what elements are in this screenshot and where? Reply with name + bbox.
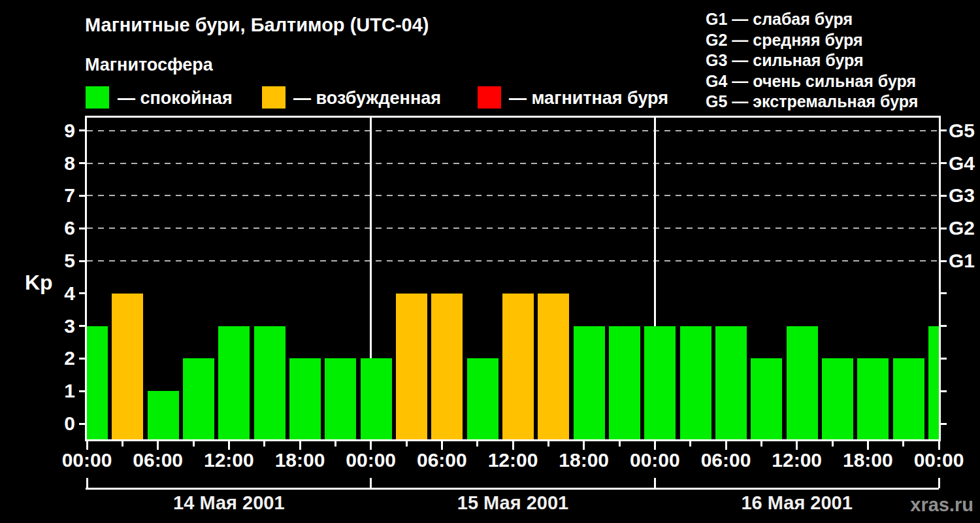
right-axis-tick [939, 260, 947, 262]
right-axis-tick [939, 162, 947, 164]
x-axis-tick [263, 441, 265, 447]
y-axis-tick [79, 423, 87, 425]
kp-bar [893, 358, 924, 439]
x-axis-time-label: 18:00 [832, 449, 904, 471]
y-axis-label: 7 [36, 184, 75, 207]
x-axis-tick [619, 441, 621, 447]
kp-bar [148, 391, 179, 439]
date-axis-tick [370, 478, 372, 488]
kp-bar [361, 358, 392, 439]
magnetosphere-label: Магнитосфера [85, 55, 213, 75]
x-axis-tick [547, 441, 549, 447]
y-axis-tick [79, 390, 87, 392]
g2-legend-line: G2 — средняя буря [706, 30, 918, 51]
y-axis-tick [79, 195, 87, 197]
x-axis-time-label: 12:00 [477, 449, 549, 471]
kp-bar [183, 358, 214, 439]
x-axis-time-label: 12:00 [193, 449, 265, 471]
y-axis-tick [79, 358, 87, 360]
kp-bar [574, 326, 605, 439]
kp-bar [751, 358, 782, 439]
gridline-kp7 [87, 195, 939, 196]
kp-bar [289, 358, 321, 439]
kp-bar [538, 294, 569, 439]
storm-swatch-icon [478, 86, 501, 109]
x-axis-time-label: 18:00 [548, 449, 620, 471]
x-axis-time-label: 06:00 [122, 449, 194, 471]
y-axis-tick [79, 325, 87, 327]
kp-bar [502, 294, 534, 439]
y-axis-label: 5 [36, 250, 75, 272]
magnetic-storms-chart: Магнитные бури, Балтимор (UTC-04) Магнит… [0, 0, 980, 523]
plot-area [85, 116, 941, 441]
g5-legend-line: G5 — экстремальная буря [706, 92, 918, 112]
y-axis-tick [79, 228, 87, 229]
kp-bar [325, 358, 356, 439]
date-axis-tick [938, 478, 940, 488]
date-label: 15 Мая 2001 [402, 492, 624, 514]
g4-legend-line: G4 — очень сильная буря [706, 71, 918, 92]
x-axis-time-label: 06:00 [690, 449, 762, 471]
page-title: Магнитные бури, Балтимор (UTC-04) [85, 14, 429, 36]
kp-bar [609, 326, 640, 439]
g-scale-legend: G1 — слабая буря G2 — средняя буря G3 — … [706, 9, 918, 112]
kp-bar [857, 358, 889, 439]
x-axis-tick [335, 441, 336, 447]
right-axis-tick [939, 325, 947, 327]
x-axis-time-label: 06:00 [406, 449, 478, 471]
storm-legend-label: — магнитная буря [509, 88, 668, 109]
date-label: 14 Мая 2001 [118, 492, 340, 514]
g1-legend-line: G1 — слабая буря [706, 9, 918, 30]
g-axis-label: G4 [949, 152, 980, 175]
excited-swatch-icon [262, 86, 286, 109]
x-axis-time-label: 12:00 [761, 449, 833, 471]
y-axis-tick [79, 162, 87, 164]
quiet-legend-label: — спокойная [118, 88, 233, 109]
right-axis-tick [939, 358, 947, 360]
gridline-kp6 [87, 228, 939, 229]
kp-bar [715, 326, 747, 439]
g-axis-label: G1 [949, 250, 980, 272]
x-axis-tick [406, 441, 408, 447]
kp-bar [85, 326, 108, 439]
y-axis-tick [79, 260, 87, 262]
x-axis-time-label: 18:00 [264, 449, 336, 471]
gridline-kp8 [87, 163, 939, 164]
right-axis-tick [939, 423, 947, 425]
kp-bar [680, 326, 711, 439]
x-axis-tick [832, 441, 834, 447]
x-axis-tick [122, 441, 123, 447]
y-axis-label: 4 [36, 282, 75, 305]
y-axis-label: 8 [36, 152, 75, 175]
kp-bar [396, 294, 427, 439]
y-axis-label: 0 [36, 413, 75, 435]
x-axis-tick [760, 441, 762, 447]
gridline-kp9 [87, 130, 939, 131]
date-axis-tick [654, 478, 656, 488]
y-axis-label: 9 [36, 120, 75, 142]
x-axis-tick [476, 441, 478, 447]
right-axis-tick [939, 292, 947, 294]
kp-bar [644, 326, 676, 439]
right-axis-tick [939, 390, 947, 392]
kp-bar [112, 294, 143, 439]
kp-bar [787, 326, 818, 439]
watermark: xras.ru [910, 494, 973, 516]
y-axis-label: 3 [36, 315, 75, 337]
kp-bar [467, 358, 498, 439]
excited-legend-label: — возбужденная [293, 88, 441, 109]
date-axis-line [86, 488, 939, 490]
right-axis-tick [939, 228, 947, 229]
kp-bar [431, 294, 463, 439]
y-axis-label: 6 [36, 217, 75, 239]
g-axis-label: G2 [949, 217, 980, 239]
x-axis-tick [902, 441, 904, 447]
kp-bar [822, 358, 853, 439]
date-axis-tick [86, 478, 88, 488]
g3-legend-line: G3 — сильная буря [706, 50, 918, 71]
kp-bar [254, 326, 286, 439]
x-axis-tick [689, 441, 691, 447]
x-axis-time-label: 00:00 [903, 449, 975, 471]
g-axis-label: G3 [949, 184, 980, 207]
date-label: 16 Мая 2001 [686, 492, 908, 514]
